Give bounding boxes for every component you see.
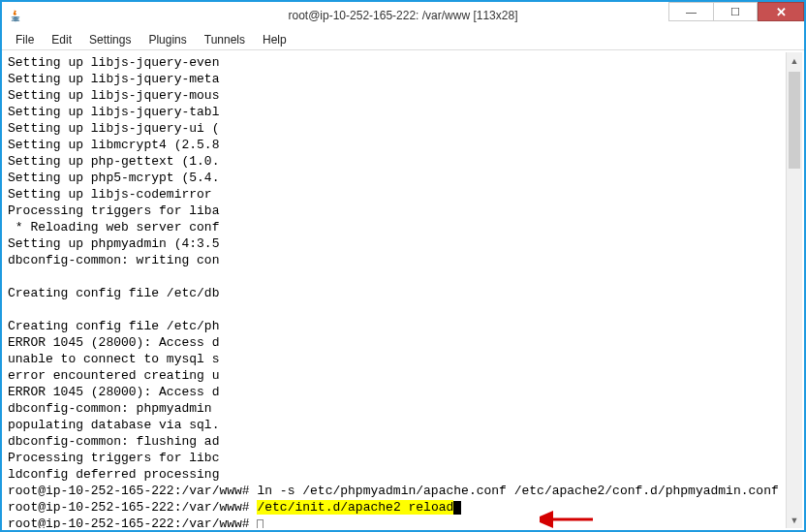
menu-settings[interactable]: Settings xyxy=(81,31,139,48)
terminal[interactable]: Setting up libjs-jquery-even Setting up … xyxy=(4,52,786,528)
menubar: File Edit Settings Plugins Tunnels Help xyxy=(2,29,804,50)
window-controls: — ☐ ✕ xyxy=(668,2,804,23)
scrollbar[interactable]: ▲ ▼ xyxy=(786,52,802,528)
scroll-down-arrow[interactable]: ▼ xyxy=(787,512,802,528)
scroll-thumb[interactable] xyxy=(789,72,800,169)
minimize-button[interactable]: — xyxy=(668,2,713,21)
maximize-button[interactable]: ☐ xyxy=(713,2,758,21)
menu-help[interactable]: Help xyxy=(255,31,294,48)
titlebar: root@ip-10-252-165-222: /var/www [113x28… xyxy=(2,2,804,29)
menu-plugins[interactable]: Plugins xyxy=(140,31,194,48)
scroll-up-arrow[interactable]: ▲ xyxy=(787,52,802,69)
menu-file[interactable]: File xyxy=(8,31,42,48)
menu-edit[interactable]: Edit xyxy=(44,31,79,48)
menu-tunnels[interactable]: Tunnels xyxy=(197,31,253,48)
close-button[interactable]: ✕ xyxy=(758,2,804,21)
java-icon xyxy=(8,8,23,23)
terminal-container: Setting up libjs-jquery-even Setting up … xyxy=(4,52,802,528)
